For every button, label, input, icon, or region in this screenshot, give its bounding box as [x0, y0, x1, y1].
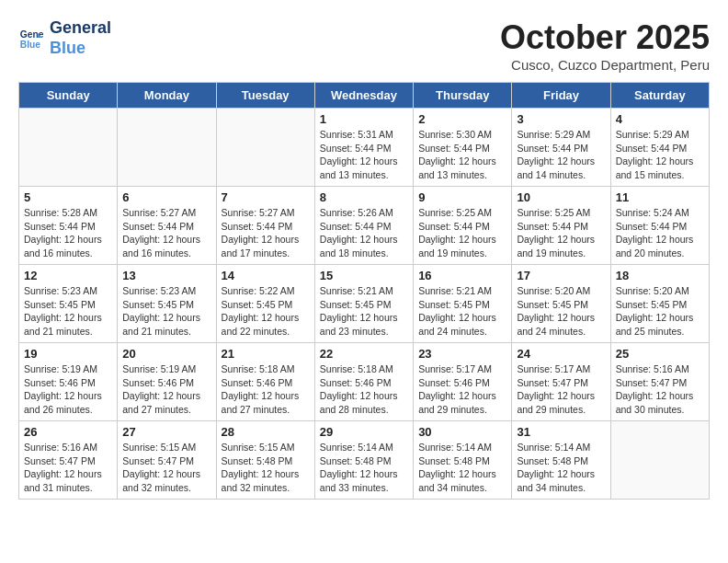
day-number: 11 [616, 190, 704, 204]
day-number: 26 [24, 425, 112, 439]
title-section: October 2025 Cusco, Cuzco Department, Pe… [500, 18, 710, 73]
day-info: Sunrise: 5:27 AMSunset: 5:44 PMDaylight:… [122, 206, 210, 260]
svg-text:Blue: Blue [20, 40, 41, 50]
day-info: Sunrise: 5:29 AMSunset: 5:44 PMDaylight:… [517, 128, 605, 182]
day-number: 4 [616, 112, 704, 126]
calendar-day-header: Thursday [414, 83, 512, 109]
svg-text:General: General [20, 29, 44, 40]
day-info: Sunrise: 5:20 AMSunset: 5:45 PMDaylight:… [517, 284, 605, 339]
calendar-day-header: Monday [118, 83, 216, 109]
calendar-cell: 5Sunrise: 5:28 AMSunset: 5:44 PMDaylight… [19, 187, 118, 265]
calendar-cell: 22Sunrise: 5:18 AMSunset: 5:46 PMDayligh… [314, 343, 413, 421]
day-number: 31 [517, 425, 605, 439]
calendar-cell: 1Sunrise: 5:31 AMSunset: 5:44 PMDaylight… [314, 109, 413, 187]
calendar-week-row: 26Sunrise: 5:16 AMSunset: 5:47 PMDayligh… [19, 421, 710, 500]
day-number: 25 [616, 347, 704, 361]
day-number: 10 [517, 190, 605, 204]
logo: General Blue General Blue [18, 18, 111, 58]
calendar-cell: 6Sunrise: 5:27 AMSunset: 5:44 PMDaylight… [118, 187, 216, 265]
calendar-day-header: Wednesday [314, 83, 413, 109]
calendar-day-header: Sunday [19, 83, 118, 109]
calendar-cell: 21Sunrise: 5:18 AMSunset: 5:46 PMDayligh… [216, 343, 314, 421]
calendar-cell: 7Sunrise: 5:27 AMSunset: 5:44 PMDaylight… [216, 187, 314, 265]
calendar-cell: 18Sunrise: 5:20 AMSunset: 5:45 PMDayligh… [610, 265, 709, 343]
day-number: 17 [517, 269, 605, 282]
calendar-cell: 23Sunrise: 5:17 AMSunset: 5:46 PMDayligh… [414, 343, 512, 421]
day-info: Sunrise: 5:27 AMSunset: 5:44 PMDaylight:… [222, 206, 310, 260]
logo-line1: General [50, 18, 111, 39]
calendar-cell: 16Sunrise: 5:21 AMSunset: 5:45 PMDayligh… [414, 265, 512, 343]
day-info: Sunrise: 5:19 AMSunset: 5:46 PMDaylight:… [122, 362, 210, 417]
day-number: 3 [517, 112, 605, 126]
day-info: Sunrise: 5:16 AMSunset: 5:47 PMDaylight:… [24, 441, 112, 495]
day-number: 12 [24, 269, 112, 282]
calendar-cell: 26Sunrise: 5:16 AMSunset: 5:47 PMDayligh… [19, 421, 118, 500]
day-info: Sunrise: 5:26 AMSunset: 5:44 PMDaylight:… [320, 206, 408, 260]
day-info: Sunrise: 5:31 AMSunset: 5:44 PMDaylight:… [320, 128, 408, 182]
calendar-cell: 17Sunrise: 5:20 AMSunset: 5:45 PMDayligh… [512, 265, 610, 343]
calendar-cell: 29Sunrise: 5:14 AMSunset: 5:48 PMDayligh… [314, 421, 413, 500]
day-info: Sunrise: 5:15 AMSunset: 5:47 PMDaylight:… [122, 441, 210, 495]
day-info: Sunrise: 5:25 AMSunset: 5:44 PMDaylight:… [418, 206, 506, 260]
calendar-cell: 24Sunrise: 5:17 AMSunset: 5:47 PMDayligh… [512, 343, 610, 421]
calendar-day-header: Saturday [610, 83, 709, 109]
day-number: 2 [418, 112, 506, 126]
day-info: Sunrise: 5:14 AMSunset: 5:48 PMDaylight:… [320, 441, 408, 495]
day-number: 20 [122, 347, 210, 361]
calendar-cell: 31Sunrise: 5:14 AMSunset: 5:48 PMDayligh… [512, 421, 610, 500]
calendar-cell: 8Sunrise: 5:26 AMSunset: 5:44 PMDaylight… [314, 187, 413, 265]
calendar-cell: 13Sunrise: 5:23 AMSunset: 5:45 PMDayligh… [118, 265, 216, 343]
calendar-week-row: 12Sunrise: 5:23 AMSunset: 5:45 PMDayligh… [19, 265, 710, 343]
day-number: 22 [320, 347, 408, 361]
day-info: Sunrise: 5:25 AMSunset: 5:44 PMDaylight:… [517, 206, 605, 260]
day-number: 27 [122, 425, 210, 439]
day-info: Sunrise: 5:24 AMSunset: 5:44 PMDaylight:… [616, 206, 704, 260]
day-info: Sunrise: 5:14 AMSunset: 5:48 PMDaylight:… [418, 441, 506, 495]
logo-icon: General Blue [18, 26, 44, 52]
day-number: 6 [122, 190, 210, 204]
calendar-day-header: Friday [512, 83, 610, 109]
calendar-week-row: 5Sunrise: 5:28 AMSunset: 5:44 PMDaylight… [19, 187, 710, 265]
day-info: Sunrise: 5:30 AMSunset: 5:44 PMDaylight:… [418, 128, 506, 182]
calendar-cell [216, 109, 314, 187]
calendar-cell: 30Sunrise: 5:14 AMSunset: 5:48 PMDayligh… [414, 421, 512, 500]
day-number: 5 [24, 190, 112, 204]
calendar-cell: 4Sunrise: 5:29 AMSunset: 5:44 PMDaylight… [610, 109, 709, 187]
day-info: Sunrise: 5:28 AMSunset: 5:44 PMDaylight:… [24, 206, 112, 260]
calendar-cell: 10Sunrise: 5:25 AMSunset: 5:44 PMDayligh… [512, 187, 610, 265]
day-number: 18 [616, 269, 704, 282]
calendar-cell: 12Sunrise: 5:23 AMSunset: 5:45 PMDayligh… [19, 265, 118, 343]
location: Cusco, Cuzco Department, Peru [500, 57, 710, 73]
calendar-cell: 19Sunrise: 5:19 AMSunset: 5:46 PMDayligh… [19, 343, 118, 421]
calendar-cell: 27Sunrise: 5:15 AMSunset: 5:47 PMDayligh… [118, 421, 216, 500]
day-info: Sunrise: 5:14 AMSunset: 5:48 PMDaylight:… [517, 441, 605, 495]
calendar-cell: 28Sunrise: 5:15 AMSunset: 5:48 PMDayligh… [216, 421, 314, 500]
day-info: Sunrise: 5:19 AMSunset: 5:46 PMDaylight:… [24, 362, 112, 417]
day-info: Sunrise: 5:23 AMSunset: 5:45 PMDaylight:… [24, 284, 112, 339]
logo-line2: Blue [50, 39, 111, 59]
day-number: 13 [122, 269, 210, 282]
day-number: 30 [418, 425, 506, 439]
calendar-cell: 14Sunrise: 5:22 AMSunset: 5:45 PMDayligh… [216, 265, 314, 343]
day-info: Sunrise: 5:17 AMSunset: 5:47 PMDaylight:… [517, 362, 605, 417]
day-info: Sunrise: 5:22 AMSunset: 5:45 PMDaylight:… [222, 284, 310, 339]
day-number: 19 [24, 347, 112, 361]
page-header: General Blue General Blue October 2025 C… [18, 18, 710, 73]
calendar: SundayMondayTuesdayWednesdayThursdayFrid… [18, 82, 710, 500]
month-title: October 2025 [500, 18, 710, 57]
day-number: 7 [222, 190, 310, 204]
day-info: Sunrise: 5:18 AMSunset: 5:46 PMDaylight:… [222, 362, 310, 417]
calendar-cell [19, 109, 118, 187]
day-info: Sunrise: 5:21 AMSunset: 5:45 PMDaylight:… [418, 284, 506, 339]
calendar-cell: 20Sunrise: 5:19 AMSunset: 5:46 PMDayligh… [118, 343, 216, 421]
calendar-cell: 2Sunrise: 5:30 AMSunset: 5:44 PMDaylight… [414, 109, 512, 187]
day-number: 24 [517, 347, 605, 361]
day-number: 1 [320, 112, 408, 126]
day-info: Sunrise: 5:23 AMSunset: 5:45 PMDaylight:… [122, 284, 210, 339]
day-number: 21 [222, 347, 310, 361]
day-number: 15 [320, 269, 408, 282]
day-number: 9 [418, 190, 506, 204]
day-info: Sunrise: 5:21 AMSunset: 5:45 PMDaylight:… [320, 284, 408, 339]
day-number: 14 [222, 269, 310, 282]
calendar-day-header: Tuesday [216, 83, 314, 109]
